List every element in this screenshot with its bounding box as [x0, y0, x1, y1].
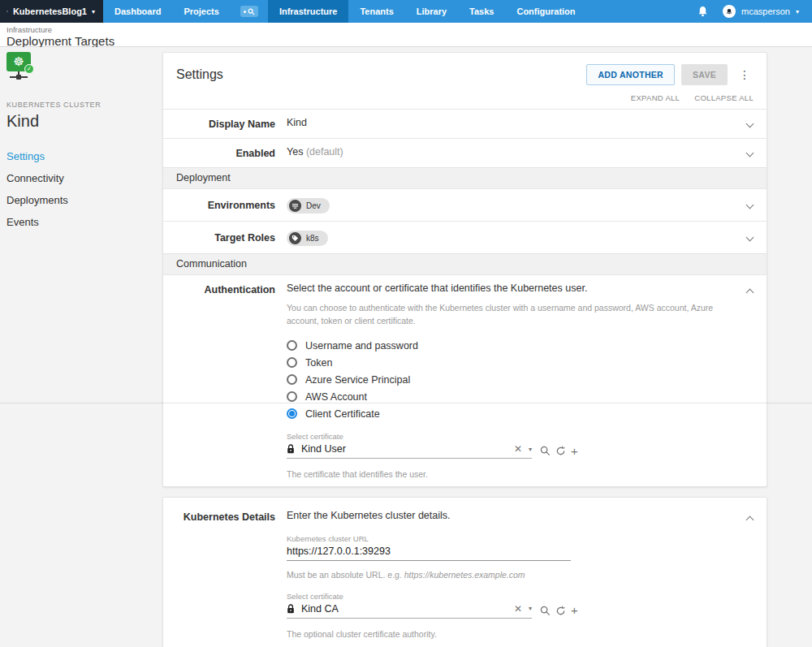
- row-target-roles[interactable]: Target Roles k8s: [163, 221, 767, 253]
- environment-chip: Dev: [287, 198, 330, 214]
- overflow-menu-icon[interactable]: ⋮: [734, 68, 755, 81]
- chevron-down-icon: ▾: [796, 8, 799, 15]
- clear-icon[interactable]: ✕: [514, 443, 522, 455]
- cluster-url-input[interactable]: https://127.0.0.1:39293: [287, 546, 571, 561]
- radio-azure-service-principal[interactable]: Azure Service Principal: [287, 371, 732, 388]
- kubernetes-details-summary: Enter the Kubernetes cluster details.: [287, 510, 732, 521]
- add-icon[interactable]: +: [571, 446, 578, 456]
- sidebar: ☸ ✓ KUBERNETES CLUSTER Kind Settings Con…: [0, 47, 162, 233]
- chevron-down-icon[interactable]: [745, 149, 754, 157]
- section-communication: Communication: [163, 253, 767, 274]
- authentication-help: You can choose to authenticate with the …: [287, 301, 717, 328]
- user-name: mcasperson: [741, 6, 790, 16]
- nav-item-infrastructure[interactable]: Infrastructure: [268, 0, 349, 23]
- card-title: Settings: [176, 67, 223, 82]
- search-button[interactable]: [231, 0, 268, 23]
- row-authentication[interactable]: Authentication Select the account or cer…: [163, 274, 767, 487]
- healthy-check-icon: ✓: [24, 64, 34, 74]
- top-nav: KubernetesBlog1 ▾ Dashboard Projects Inf…: [0, 0, 812, 23]
- nav-item-library[interactable]: Library: [405, 0, 458, 23]
- settings-card: Settings ADD ANOTHER SAVE ⋮ EXPAND ALL C…: [162, 52, 767, 487]
- select-certificate-label: Select certificate: [287, 592, 732, 601]
- nav-item-dashboard[interactable]: Dashboard: [103, 0, 172, 23]
- nav-item-tenants[interactable]: Tenants: [348, 0, 404, 23]
- chevron-down-icon[interactable]: [745, 233, 754, 241]
- kubernetes-target-icon: ☸ ✓: [6, 52, 41, 86]
- ca-certificate-help: The optional cluster certificate authori…: [287, 628, 717, 641]
- refresh-icon[interactable]: [555, 606, 566, 616]
- radio-aws-account[interactable]: AWS Account: [287, 388, 732, 405]
- row-enabled[interactable]: Enabled Yes (default): [163, 138, 767, 167]
- row-environments[interactable]: Environments Dev: [163, 188, 767, 221]
- chevron-down-icon[interactable]: [745, 201, 754, 209]
- lock-icon: [287, 444, 295, 454]
- radio-icon: [287, 374, 297, 385]
- radio-selected-icon: [287, 408, 297, 419]
- user-menu[interactable]: mcasperson ▾: [723, 5, 799, 18]
- sidebar-item-deployments[interactable]: Deployments: [6, 189, 156, 211]
- lock-icon: [287, 604, 295, 614]
- clear-icon[interactable]: ✕: [514, 603, 522, 615]
- section-deployment: Deployment: [163, 167, 767, 188]
- search-icon: [240, 6, 258, 17]
- refresh-icon[interactable]: [555, 446, 566, 456]
- page-title: Deployment Targets: [6, 34, 812, 48]
- cluster-url-label: Kubernetes cluster URL: [287, 534, 732, 543]
- row-display-name[interactable]: Display Name Kind: [163, 109, 767, 138]
- search-icon[interactable]: [540, 606, 551, 616]
- radio-token[interactable]: Token: [287, 354, 732, 371]
- target-type-label: KUBERNETES CLUSTER: [6, 101, 156, 109]
- radio-icon: [287, 357, 297, 368]
- octopus-logo-icon: [6, 5, 8, 18]
- role-chip: k8s: [287, 231, 328, 246]
- target-name: Kind: [6, 112, 156, 131]
- cluster-url-help: Must be an absolute URL. e.g. https://ku…: [287, 568, 717, 581]
- collapse-all-link[interactable]: COLLAPSE ALL: [694, 93, 754, 102]
- row-kubernetes-details[interactable]: Kubernetes Details Enter the Kubernetes …: [163, 498, 767, 647]
- main-panel: Settings ADD ANOTHER SAVE ⋮ EXPAND ALL C…: [162, 47, 767, 647]
- chevron-up-icon[interactable]: [745, 288, 754, 296]
- space-name: KubernetesBlog1: [13, 6, 87, 16]
- nav-item-tasks[interactable]: Tasks: [458, 0, 505, 23]
- page-header: Infrastructure Deployment Targets: [0, 23, 812, 47]
- nav-item-projects[interactable]: Projects: [172, 0, 230, 23]
- ca-certificate-select[interactable]: Kind CA ✕ ▾: [287, 603, 532, 619]
- certificate-select[interactable]: Kind User ✕ ▾: [287, 443, 532, 459]
- add-another-button[interactable]: ADD ANOTHER: [586, 64, 675, 85]
- environment-icon: [289, 200, 301, 212]
- radio-client-certificate[interactable]: Client Certificate: [287, 405, 732, 422]
- chevron-up-icon[interactable]: [745, 516, 754, 524]
- chevron-down-icon[interactable]: [745, 120, 754, 128]
- sidebar-item-connectivity[interactable]: Connectivity: [6, 167, 156, 189]
- expand-all-link[interactable]: EXPAND ALL: [631, 93, 680, 102]
- chevron-down-icon: ▾: [92, 8, 95, 15]
- search-icon[interactable]: [540, 446, 551, 456]
- user-avatar: [723, 5, 736, 18]
- radio-username-password[interactable]: Username and password: [287, 337, 732, 354]
- authentication-summary: Select the account or certificate that i…: [287, 283, 732, 294]
- certificate-help: The certificate that identifies the user…: [287, 468, 717, 481]
- sidebar-item-settings[interactable]: Settings: [6, 145, 156, 167]
- select-certificate-label: Select certificate: [287, 432, 732, 441]
- auth-method-radio-group: Username and password Token Azure Servic…: [287, 337, 732, 422]
- space-switcher[interactable]: KubernetesBlog1 ▾: [0, 0, 103, 23]
- radio-icon: [287, 391, 297, 402]
- breadcrumb[interactable]: Infrastructure: [6, 25, 812, 34]
- notifications-bell-icon[interactable]: [698, 6, 708, 17]
- save-button[interactable]: SAVE: [681, 64, 728, 85]
- sidebar-item-events[interactable]: Events: [6, 211, 156, 233]
- add-icon[interactable]: +: [571, 606, 578, 615]
- radio-icon: [287, 340, 297, 351]
- tag-icon: [289, 232, 301, 244]
- kubernetes-details-card: Kubernetes Details Enter the Kubernetes …: [162, 497, 767, 647]
- nav-item-configuration[interactable]: Configuration: [505, 0, 586, 23]
